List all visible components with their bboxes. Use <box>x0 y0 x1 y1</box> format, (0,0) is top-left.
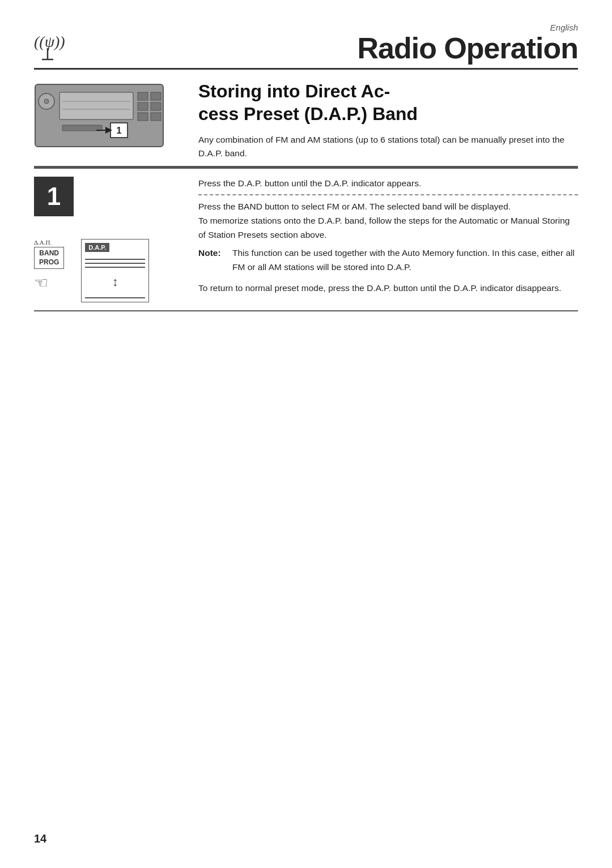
step-right-column: Press the D.A.P. button until the D.A.P.… <box>181 177 578 302</box>
diagram-left-panel: Δ.Α.Π. BAND PROG ☜ <box>34 239 64 292</box>
step-left-column: 1 Δ.Α.Π. BAND PROG ☜ D.A.P. <box>34 177 181 302</box>
return-instruction: To return to normal preset mode, press t… <box>198 281 578 296</box>
left-column-top: 1 <box>34 70 181 166</box>
svg-rect-4 <box>60 92 133 119</box>
header-title-area: English Radio Operation <box>358 23 578 65</box>
step-note: Note: This function can be used together… <box>198 246 578 275</box>
radio-device-svg: 1 <box>34 80 164 151</box>
page-header: ((ψ)) English Radio Operation <box>34 23 578 70</box>
radio-illustration: 1 <box>34 80 164 151</box>
dap-indicator-label: D.A.P. <box>85 243 109 252</box>
svg-text:((ψ)): ((ψ)) <box>34 33 65 50</box>
antenna-icon-area: ((ψ)) <box>34 30 74 63</box>
section-description: Any combination of FM and AM stations (u… <box>198 133 578 160</box>
english-label: English <box>358 23 578 32</box>
svg-rect-17 <box>151 113 161 121</box>
up-down-arrow-icon: ↕ <box>85 275 145 289</box>
step-number: 1 <box>34 177 74 216</box>
step-instruction-1: Press the D.A.P. button until the D.A.P.… <box>198 177 578 195</box>
diagram-area: Δ.Α.Π. BAND PROG ☜ D.A.P. ↕ <box>34 239 149 302</box>
svg-rect-16 <box>138 113 148 121</box>
diagram-center-box: D.A.P. ↕ <box>81 239 149 302</box>
svg-text:1: 1 <box>117 126 122 135</box>
band-prog-box: BAND PROG <box>34 247 64 269</box>
section-heading: Storing into Direct Ac- cess Preset (D.A… <box>198 80 578 125</box>
main-content-top: 1 <box>34 70 578 167</box>
svg-rect-15 <box>151 102 161 110</box>
page-number: 14 <box>34 832 46 845</box>
step-instruction-2: Press the BAND button to select FM or AM… <box>198 200 578 242</box>
right-column-top: Storing into Direct Ac- cess Preset (D.A… <box>181 70 578 166</box>
dap-greek-label: Δ.Α.Π. <box>34 239 52 246</box>
antenna-icon: ((ψ)) <box>34 30 74 61</box>
svg-rect-13 <box>151 92 161 100</box>
svg-rect-12 <box>138 92 148 100</box>
note-label: Note: <box>198 246 221 260</box>
page-title: Radio Operation <box>358 32 578 65</box>
svg-rect-14 <box>138 102 148 110</box>
step-section: 1 Δ.Α.Π. BAND PROG ☜ D.A.P. <box>34 167 578 311</box>
svg-point-8 <box>44 99 49 104</box>
svg-rect-9 <box>62 125 102 131</box>
hand-icon: ☜ <box>34 273 48 292</box>
